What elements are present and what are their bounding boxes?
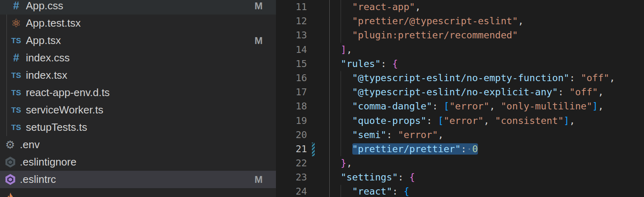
code-line-20[interactable]: "semi": "error",: [276, 128, 644, 142]
git-modified-badge: M: [255, 174, 263, 185]
token-str: "react-app": [352, 1, 415, 13]
token-pun: [329, 186, 352, 197]
file-name: App.css: [26, 0, 63, 12]
file-name: App.test.tsx: [26, 17, 81, 29]
code-line-22[interactable]: },: [276, 156, 644, 170]
ts-icon: TS: [10, 122, 22, 134]
file-row-App.tsx[interactable]: TSApp.tsxM: [0, 32, 276, 49]
token-pun: [329, 1, 352, 13]
token-key: "settings": [341, 172, 398, 183]
file-row-App.css[interactable]: #App.cssM: [0, 0, 276, 15]
token-pun: ,: [438, 129, 444, 140]
file-row-.eslintrc[interactable]: .eslintrcM: [0, 171, 276, 188]
file-row-serviceWorker.ts[interactable]: TSserviceWorker.ts: [0, 101, 276, 119]
css-icon: #: [10, 0, 22, 12]
file-name: .env: [20, 138, 40, 151]
token-pun: ,: [609, 72, 615, 84]
token-b3: {: [404, 186, 409, 197]
code-line-24[interactable]: "react": {: [276, 184, 644, 197]
code-line-16[interactable]: "@typescript-eslint/no-empty-function": …: [276, 71, 644, 85]
token-pun: ,: [415, 1, 421, 13]
file-name: index.css: [26, 52, 69, 64]
token-pun: ,: [598, 86, 604, 98]
token-key: "comma-dangle": [352, 101, 432, 112]
code-line-12[interactable]: "prettier/@typescript-eslint",: [276, 14, 644, 28]
ts-icon: TS: [10, 69, 22, 82]
token-pun: ,: [569, 115, 575, 126]
file-row-App.test.tsx[interactable]: ⚛App.test.tsx: [0, 15, 276, 32]
code-line-15[interactable]: "rules": {: [276, 57, 644, 71]
editor-pane[interactable]: 1112131415161718192021222324 "react-app"…: [276, 0, 644, 197]
token-pun: ,: [598, 101, 604, 112]
file-row-index.tsx[interactable]: TSindex.tsx: [0, 67, 276, 84]
token-pun: :: [569, 72, 581, 84]
token-str: "error": [449, 101, 489, 112]
git-modified-badge: M: [255, 0, 263, 12]
git-modified-badge: M: [255, 35, 263, 46]
token-key: "prettier/prettier": [352, 143, 461, 155]
whitespace-dot: ·: [467, 143, 472, 155]
file-name: .eslintrc: [20, 173, 56, 186]
code-line-11[interactable]: "react-app",: [276, 0, 644, 14]
token-pun: [329, 143, 352, 155]
code-line-18[interactable]: "comma-dangle": ["error", "only-multilin…: [276, 99, 644, 113]
code-area[interactable]: "react-app", "prettier/@typescript-eslin…: [276, 0, 644, 197]
token-str: "off": [569, 86, 598, 98]
token-str: "only-multiline": [501, 101, 592, 112]
file-name: index.tsx: [26, 69, 67, 82]
react-icon: ⚛: [10, 17, 22, 29]
token-str: "error": [398, 129, 438, 140]
token-str: "off": [581, 72, 610, 84]
file-list: #App.cssM⚛App.test.tsxTSApp.tsxM#index.c…: [0, 0, 276, 197]
gear-icon: ⚙: [4, 139, 16, 151]
token-b3: [: [438, 115, 444, 126]
explorer-pane: #App.cssM⚛App.test.tsxTSApp.tsxM#index.c…: [0, 0, 276, 197]
token-b3: ]: [564, 115, 569, 126]
ts-icon: TS: [10, 87, 22, 99]
file-row-react-app-env.d.ts[interactable]: TSreact-app-env.d.ts: [0, 84, 276, 101]
token-pun: :: [558, 86, 569, 98]
file-row-.env[interactable]: ⚙.env: [0, 136, 276, 153]
token-pun: :: [461, 143, 466, 155]
token-pun: ,: [346, 157, 352, 169]
code-line-14[interactable]: ],: [276, 43, 644, 57]
file-row-setupTests.ts[interactable]: TSsetupTests.ts: [0, 119, 276, 136]
code-line-17[interactable]: "@typescript-eslint/no-explicit-any": "o…: [276, 85, 644, 99]
code-line-23[interactable]: "settings": {: [276, 170, 644, 184]
token-pun: [329, 44, 341, 55]
ts-icon: TS: [10, 104, 22, 116]
token-pun: [329, 72, 352, 84]
selected-text: "prettier/prettier":·0: [352, 143, 478, 155]
code-line-21[interactable]: "prettier/prettier":·0: [276, 142, 644, 156]
file-name: serviceWorker.ts: [26, 104, 103, 116]
token-key: "quote-props": [352, 115, 427, 126]
token-pun: [329, 58, 341, 69]
token-pun: ,: [484, 115, 495, 126]
token-key: "react": [352, 186, 392, 197]
code-line-13[interactable]: "plugin:prettier/recommended": [276, 28, 644, 42]
token-pun: :: [386, 129, 398, 140]
file-row-partial[interactable]: [0, 188, 276, 197]
file-row-.eslintignore[interactable]: .eslintignore: [0, 153, 276, 171]
eslint-icon: [4, 156, 16, 168]
token-key: "@typescript-eslint/no-empty-function": [352, 72, 570, 84]
token-key: "semi": [352, 129, 387, 140]
token-pun: [329, 86, 352, 98]
token-pun: [329, 129, 352, 140]
token-pun: [329, 157, 341, 169]
token-key: "@typescript-eslint/no-explicit-any": [352, 86, 558, 98]
token-num: 0: [472, 143, 478, 155]
ts-icon: TS: [10, 35, 22, 47]
token-pun: [329, 15, 352, 27]
token-pun: :: [381, 58, 392, 69]
eslint-icon-active: [4, 174, 16, 186]
token-b2: ]: [341, 44, 346, 55]
token-pun: [329, 115, 352, 126]
token-b2: }: [341, 157, 346, 169]
token-key: "rules": [341, 58, 381, 69]
token-str: "prettier/@typescript-eslint": [352, 15, 518, 27]
token-pun: ,: [518, 15, 524, 27]
file-row-index.css[interactable]: #index.css: [0, 49, 276, 67]
code-line-19[interactable]: "quote-props": ["error", "consistent"],: [276, 114, 644, 128]
token-pun: [329, 172, 341, 183]
